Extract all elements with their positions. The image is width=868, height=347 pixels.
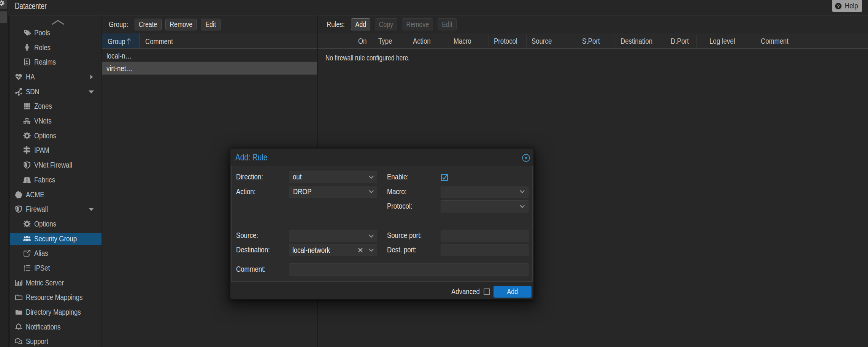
svg-text:3: 3 bbox=[24, 269, 25, 271]
svg-text:?: ? bbox=[837, 3, 840, 9]
